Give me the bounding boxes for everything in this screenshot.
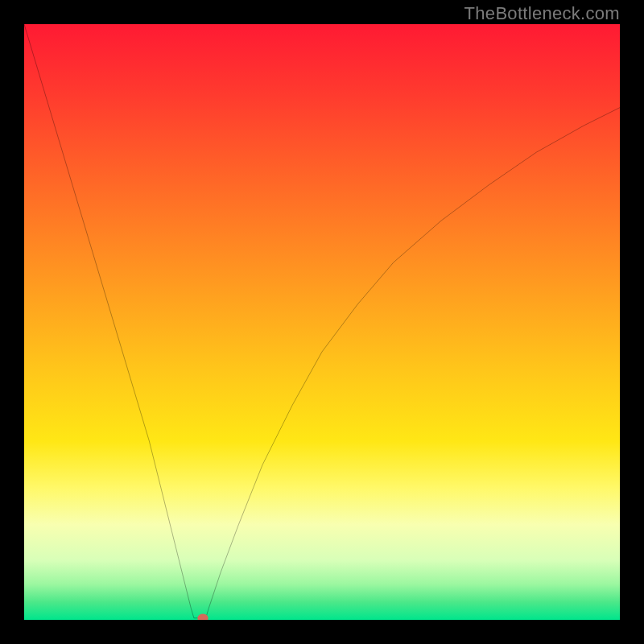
chart-marker — [197, 614, 208, 620]
watermark-text: TheBottleneck.com — [464, 3, 620, 24]
chart-svg — [24, 24, 620, 620]
chart-plot-area — [24, 24, 620, 620]
chart-curve-path — [24, 24, 620, 618]
chart-frame: TheBottleneck.com — [0, 0, 644, 644]
